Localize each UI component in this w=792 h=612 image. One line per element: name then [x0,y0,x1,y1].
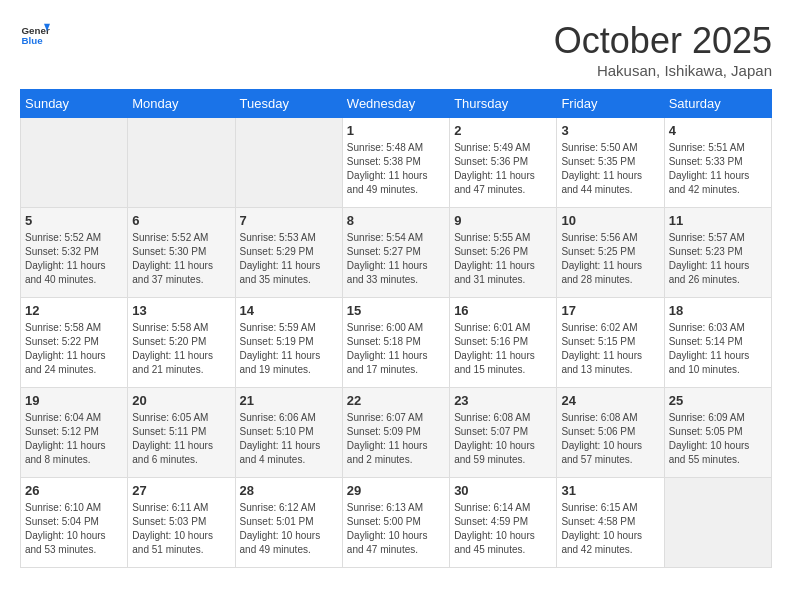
calendar-cell: 23Sunrise: 6:08 AMSunset: 5:07 PMDayligh… [450,388,557,478]
calendar-cell: 20Sunrise: 6:05 AMSunset: 5:11 PMDayligh… [128,388,235,478]
day-number: 17 [561,303,659,318]
day-number: 20 [132,393,230,408]
calendar-cell [21,118,128,208]
day-info: Sunrise: 5:49 AMSunset: 5:36 PMDaylight:… [454,141,552,197]
calendar-cell [128,118,235,208]
header-day-saturday: Saturday [664,90,771,118]
calendar-week-row: 19Sunrise: 6:04 AMSunset: 5:12 PMDayligh… [21,388,772,478]
day-number: 18 [669,303,767,318]
calendar-cell: 26Sunrise: 6:10 AMSunset: 5:04 PMDayligh… [21,478,128,568]
calendar-cell: 19Sunrise: 6:04 AMSunset: 5:12 PMDayligh… [21,388,128,478]
calendar-cell: 9Sunrise: 5:55 AMSunset: 5:26 PMDaylight… [450,208,557,298]
header-day-thursday: Thursday [450,90,557,118]
day-number: 5 [25,213,123,228]
day-info: Sunrise: 5:55 AMSunset: 5:26 PMDaylight:… [454,231,552,287]
day-number: 30 [454,483,552,498]
day-number: 29 [347,483,445,498]
calendar-cell [235,118,342,208]
calendar-cell: 16Sunrise: 6:01 AMSunset: 5:16 PMDayligh… [450,298,557,388]
day-number: 11 [669,213,767,228]
day-info: Sunrise: 6:08 AMSunset: 5:07 PMDaylight:… [454,411,552,467]
calendar-cell: 29Sunrise: 6:13 AMSunset: 5:00 PMDayligh… [342,478,449,568]
calendar-cell: 12Sunrise: 5:58 AMSunset: 5:22 PMDayligh… [21,298,128,388]
day-info: Sunrise: 5:53 AMSunset: 5:29 PMDaylight:… [240,231,338,287]
calendar-cell: 22Sunrise: 6:07 AMSunset: 5:09 PMDayligh… [342,388,449,478]
calendar-cell: 31Sunrise: 6:15 AMSunset: 4:58 PMDayligh… [557,478,664,568]
calendar-cell: 25Sunrise: 6:09 AMSunset: 5:05 PMDayligh… [664,388,771,478]
calendar-cell: 17Sunrise: 6:02 AMSunset: 5:15 PMDayligh… [557,298,664,388]
location: Hakusan, Ishikawa, Japan [554,62,772,79]
day-info: Sunrise: 5:52 AMSunset: 5:30 PMDaylight:… [132,231,230,287]
calendar-cell: 6Sunrise: 5:52 AMSunset: 5:30 PMDaylight… [128,208,235,298]
day-number: 22 [347,393,445,408]
calendar-table: SundayMondayTuesdayWednesdayThursdayFrid… [20,89,772,568]
calendar-cell: 3Sunrise: 5:50 AMSunset: 5:35 PMDaylight… [557,118,664,208]
day-info: Sunrise: 6:09 AMSunset: 5:05 PMDaylight:… [669,411,767,467]
day-info: Sunrise: 6:14 AMSunset: 4:59 PMDaylight:… [454,501,552,557]
calendar-cell: 15Sunrise: 6:00 AMSunset: 5:18 PMDayligh… [342,298,449,388]
day-info: Sunrise: 6:00 AMSunset: 5:18 PMDaylight:… [347,321,445,377]
calendar-cell: 1Sunrise: 5:48 AMSunset: 5:38 PMDaylight… [342,118,449,208]
day-info: Sunrise: 6:12 AMSunset: 5:01 PMDaylight:… [240,501,338,557]
calendar-cell: 5Sunrise: 5:52 AMSunset: 5:32 PMDaylight… [21,208,128,298]
calendar-week-row: 5Sunrise: 5:52 AMSunset: 5:32 PMDaylight… [21,208,772,298]
calendar-week-row: 1Sunrise: 5:48 AMSunset: 5:38 PMDaylight… [21,118,772,208]
calendar-cell: 11Sunrise: 5:57 AMSunset: 5:23 PMDayligh… [664,208,771,298]
day-info: Sunrise: 5:48 AMSunset: 5:38 PMDaylight:… [347,141,445,197]
logo-icon: General Blue [20,20,50,50]
day-number: 8 [347,213,445,228]
day-info: Sunrise: 6:02 AMSunset: 5:15 PMDaylight:… [561,321,659,377]
calendar-cell: 4Sunrise: 5:51 AMSunset: 5:33 PMDaylight… [664,118,771,208]
day-info: Sunrise: 6:05 AMSunset: 5:11 PMDaylight:… [132,411,230,467]
day-info: Sunrise: 6:06 AMSunset: 5:10 PMDaylight:… [240,411,338,467]
calendar-cell: 30Sunrise: 6:14 AMSunset: 4:59 PMDayligh… [450,478,557,568]
calendar-cell: 14Sunrise: 5:59 AMSunset: 5:19 PMDayligh… [235,298,342,388]
day-info: Sunrise: 5:57 AMSunset: 5:23 PMDaylight:… [669,231,767,287]
calendar-cell: 2Sunrise: 5:49 AMSunset: 5:36 PMDaylight… [450,118,557,208]
day-number: 6 [132,213,230,228]
calendar-cell [664,478,771,568]
day-number: 21 [240,393,338,408]
calendar-header-row: SundayMondayTuesdayWednesdayThursdayFrid… [21,90,772,118]
day-number: 26 [25,483,123,498]
header-day-wednesday: Wednesday [342,90,449,118]
day-number: 13 [132,303,230,318]
day-number: 10 [561,213,659,228]
calendar-cell: 28Sunrise: 6:12 AMSunset: 5:01 PMDayligh… [235,478,342,568]
day-info: Sunrise: 5:59 AMSunset: 5:19 PMDaylight:… [240,321,338,377]
day-info: Sunrise: 6:04 AMSunset: 5:12 PMDaylight:… [25,411,123,467]
day-number: 25 [669,393,767,408]
day-number: 4 [669,123,767,138]
day-info: Sunrise: 5:54 AMSunset: 5:27 PMDaylight:… [347,231,445,287]
calendar-cell: 13Sunrise: 5:58 AMSunset: 5:20 PMDayligh… [128,298,235,388]
day-info: Sunrise: 5:50 AMSunset: 5:35 PMDaylight:… [561,141,659,197]
day-info: Sunrise: 5:56 AMSunset: 5:25 PMDaylight:… [561,231,659,287]
day-number: 28 [240,483,338,498]
calendar-week-row: 26Sunrise: 6:10 AMSunset: 5:04 PMDayligh… [21,478,772,568]
day-number: 31 [561,483,659,498]
title-area: October 2025 Hakusan, Ishikawa, Japan [554,20,772,79]
header-day-sunday: Sunday [21,90,128,118]
logo: General Blue [20,20,50,50]
header-day-friday: Friday [557,90,664,118]
calendar-cell: 18Sunrise: 6:03 AMSunset: 5:14 PMDayligh… [664,298,771,388]
day-info: Sunrise: 6:07 AMSunset: 5:09 PMDaylight:… [347,411,445,467]
day-number: 2 [454,123,552,138]
day-number: 15 [347,303,445,318]
calendar-cell: 21Sunrise: 6:06 AMSunset: 5:10 PMDayligh… [235,388,342,478]
calendar-cell: 24Sunrise: 6:08 AMSunset: 5:06 PMDayligh… [557,388,664,478]
day-number: 27 [132,483,230,498]
day-info: Sunrise: 6:01 AMSunset: 5:16 PMDaylight:… [454,321,552,377]
month-title: October 2025 [554,20,772,62]
day-number: 23 [454,393,552,408]
calendar-cell: 7Sunrise: 5:53 AMSunset: 5:29 PMDaylight… [235,208,342,298]
day-number: 16 [454,303,552,318]
header: General Blue October 2025 Hakusan, Ishik… [20,20,772,79]
day-info: Sunrise: 6:11 AMSunset: 5:03 PMDaylight:… [132,501,230,557]
svg-text:Blue: Blue [22,35,44,46]
day-info: Sunrise: 6:10 AMSunset: 5:04 PMDaylight:… [25,501,123,557]
header-day-tuesday: Tuesday [235,90,342,118]
calendar-cell: 10Sunrise: 5:56 AMSunset: 5:25 PMDayligh… [557,208,664,298]
header-day-monday: Monday [128,90,235,118]
day-info: Sunrise: 5:58 AMSunset: 5:20 PMDaylight:… [132,321,230,377]
